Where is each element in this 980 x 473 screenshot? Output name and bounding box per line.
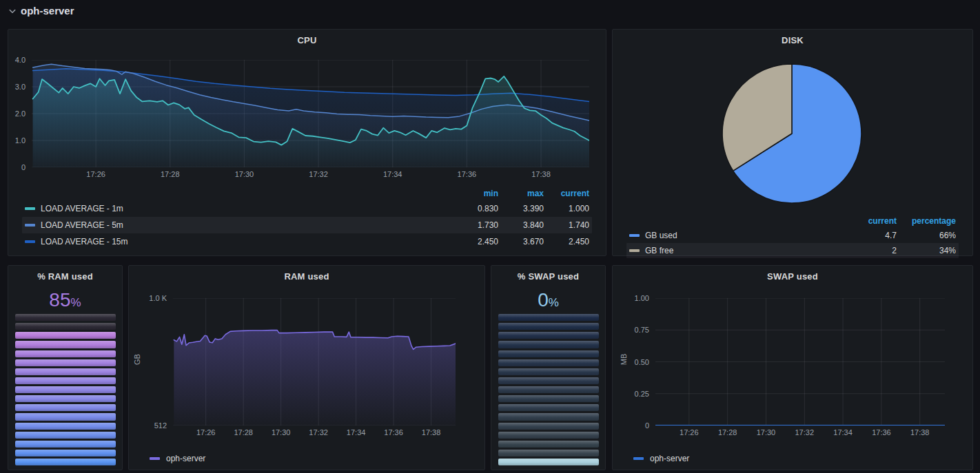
legend-min: 0.830 [453, 204, 498, 213]
x-tick: 17:38 [531, 170, 551, 178]
y-tick: 2.0 [15, 109, 25, 118]
y-tick: 0 [645, 421, 649, 430]
gauge-segment [15, 432, 116, 439]
gauge-segment [498, 395, 599, 402]
x-tick: 17:36 [872, 428, 891, 437]
legend-item-gb-free[interactable]: GB free [629, 246, 851, 255]
panel-ram-pct-title[interactable]: % RAM used [8, 266, 122, 282]
gauge-segment [498, 350, 599, 357]
x-tick: 17:32 [309, 170, 328, 178]
legend-sort-percentage[interactable]: percentage [897, 216, 956, 226]
gauge-segment [15, 450, 116, 456]
gauge-segment [15, 368, 116, 375]
x-tick: 17:34 [833, 428, 853, 437]
gauge-segment [15, 423, 116, 430]
panel-ram-title[interactable]: RAM used [129, 266, 484, 282]
x-tick: 17:26 [196, 428, 216, 437]
legend-min: 2.450 [453, 237, 498, 246]
y-tick: 1.00 [635, 294, 649, 302]
panel-swap-pct: % SWAP used 0% [491, 265, 606, 470]
panel-disk: DISK current percentage GB used 4.7 66% … [612, 29, 973, 256]
panel-ram-pct: % RAM used 85% [8, 265, 123, 470]
panel-swap-pct-title[interactable]: % SWAP used [491, 266, 605, 282]
legend-sort-min[interactable]: min [453, 189, 498, 198]
legend-label: oph-server [166, 454, 205, 463]
legend-sort-current[interactable]: current [851, 216, 897, 226]
gauge-segment [15, 332, 116, 339]
swap-legend-item[interactable]: oph-server [633, 454, 689, 463]
legend-label: LOAD AVERAGE - 1m [41, 204, 123, 213]
ram-led-gauge [15, 314, 116, 465]
panel-swap-title[interactable]: SWAP used [613, 266, 972, 282]
x-tick: 17:34 [383, 170, 402, 178]
gauge-segment [498, 341, 599, 348]
legend-row-gb-used: GB used 4.7 66% [626, 228, 959, 243]
cpu-y-axis: 4.03.02.01.00 [8, 60, 32, 167]
gauge-segment [498, 377, 599, 384]
legend-item-load-5m[interactable]: LOAD AVERAGE - 5m [25, 220, 453, 230]
gauge-segment [498, 323, 599, 330]
swap-plot-area[interactable] [655, 298, 945, 425]
chevron-down-icon [8, 7, 17, 15]
legend-current: 2.450 [544, 237, 589, 246]
cpu-legend: min max current LOAD AVERAGE - 1m 0.830 … [22, 187, 592, 250]
gauge-segment [498, 459, 599, 465]
series-swatch [629, 234, 640, 237]
series-swatch [150, 457, 160, 460]
legend-percentage: 34% [897, 246, 956, 255]
legend-item-load-1m[interactable]: LOAD AVERAGE - 1m [25, 204, 453, 213]
legend-current: 4.7 [851, 231, 897, 240]
x-tick: 17:28 [161, 170, 180, 178]
gauge-segment [498, 432, 599, 439]
disk-legend-header: current percentage [626, 214, 959, 228]
gauge-segment [15, 359, 116, 366]
cpu-plot-area[interactable] [32, 60, 589, 167]
y-tick: 0.50 [635, 358, 649, 366]
legend-sort-current[interactable]: current [544, 189, 589, 198]
gauge-segment [15, 314, 116, 321]
cpu-legend-header: min max current [22, 187, 592, 200]
swap-pct-value: 0% [491, 291, 605, 310]
legend-current: 1.740 [544, 220, 589, 230]
panel-disk-title[interactable]: DISK [613, 30, 972, 45]
legend-row-gb-free: GB free 2 34% [626, 243, 959, 258]
legend-max: 3.390 [498, 204, 544, 213]
swap-led-gauge [498, 314, 599, 465]
legend-row-load-5m: LOAD AVERAGE - 5m 1.730 3.840 1.740 [22, 217, 592, 233]
panel-cpu: CPU 4.03.02.01.00 17:2617:2817:3017:3217… [8, 29, 606, 256]
ram-pct-value: 85% [8, 291, 122, 310]
swap-x-axis: 17:2617:2817:3017:3217:3417:3617:38 [655, 428, 945, 439]
ram-legend-item[interactable]: oph-server [150, 454, 205, 463]
y-tick: 512 [154, 421, 167, 430]
x-tick: 17:26 [86, 170, 105, 178]
gauge-segment [498, 368, 599, 375]
gauge-segment [498, 441, 599, 448]
swap-y-axis: 1.000.750.500.250 [613, 298, 655, 425]
gauge-segment [15, 350, 116, 357]
gauge-segment [498, 413, 599, 420]
y-tick: 0 [21, 163, 25, 171]
grafana-dashboard: oph-server CPU 4.03.02.01.00 17:2617:281… [0, 0, 980, 473]
x-tick: 17:38 [422, 428, 441, 437]
dashboard-row-header[interactable]: oph-server [8, 5, 74, 17]
gauge-segment [15, 459, 116, 465]
series-swatch [25, 224, 35, 227]
y-tick: 1.0 K [149, 294, 167, 302]
legend-min: 1.730 [453, 220, 498, 230]
gauge-segment [498, 450, 599, 456]
legend-percentage: 66% [897, 231, 956, 240]
legend-sort-max[interactable]: max [498, 189, 544, 198]
x-tick: 17:28 [234, 428, 253, 437]
legend-row-load-15m: LOAD AVERAGE - 15m 2.450 3.670 2.450 [22, 233, 592, 250]
panel-cpu-title[interactable]: CPU [8, 30, 606, 45]
y-tick: 0.75 [635, 326, 649, 334]
legend-item-gb-used[interactable]: GB used [629, 231, 851, 240]
ram-plot-area[interactable] [173, 298, 456, 425]
legend-max: 3.840 [498, 220, 544, 230]
gauge-segment [15, 413, 116, 420]
cpu-chart: 4.03.02.01.00 17:2617:2817:3017:3217:341… [8, 60, 606, 182]
legend-label: GB free [645, 246, 673, 255]
legend-label: oph-server [650, 454, 689, 463]
disk-pie-chart[interactable] [721, 63, 863, 204]
legend-item-load-15m[interactable]: LOAD AVERAGE - 15m [25, 237, 453, 246]
